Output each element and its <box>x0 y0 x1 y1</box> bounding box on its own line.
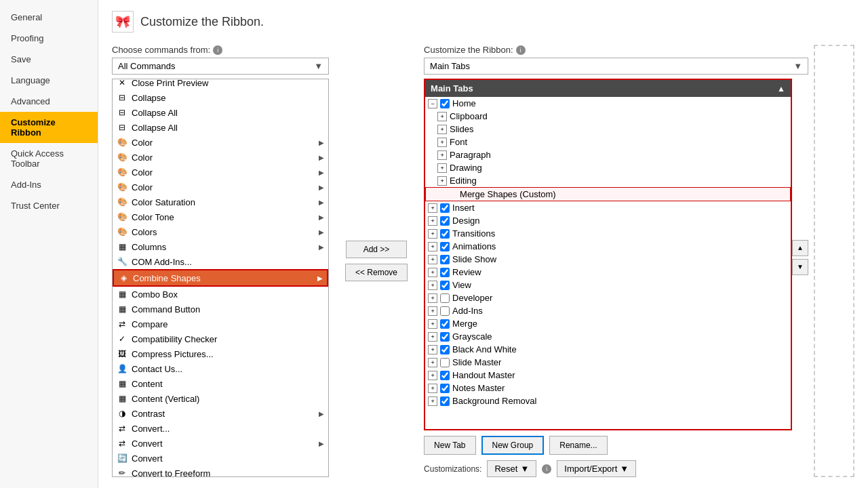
tree-checkbox-15[interactable] <box>440 293 450 303</box>
tree-expand-icon-0[interactable]: − <box>428 99 437 108</box>
tree-collapse-button[interactable]: ▲ <box>777 84 785 94</box>
cmd-item-8[interactable]: 🎨Color▶ <box>113 165 328 180</box>
scroll-down-button[interactable]: ▼ <box>792 259 808 275</box>
tree-expand-icon-8[interactable]: + <box>428 203 437 213</box>
sidebar-item-advanced[interactable]: Advanced <box>0 91 98 112</box>
tree-expand-icon-21[interactable]: + <box>428 371 437 380</box>
tree-checkbox-13[interactable] <box>440 268 450 277</box>
ribbon-info-icon[interactable]: i <box>516 45 526 55</box>
tree-item-23[interactable]: +Background Removal <box>425 394 791 407</box>
rename-button[interactable]: Rename... <box>549 436 607 455</box>
cmd-item-12[interactable]: 🎨Colors▶ <box>113 224 328 239</box>
cmd-item-5[interactable]: ⊟Collapse All <box>113 120 328 135</box>
commands-from-info-icon[interactable]: i <box>213 45 222 55</box>
tree-expand-icon-6[interactable]: + <box>437 176 447 186</box>
tree-expand-icon-20[interactable]: + <box>428 358 437 367</box>
cmd-item-26[interactable]: ⇄Convert▶ <box>113 436 328 451</box>
add-button[interactable]: Add >> <box>346 241 407 258</box>
cmd-item-13[interactable]: ▦Columns▶ <box>113 239 328 254</box>
tree-checkbox-8[interactable] <box>440 203 450 213</box>
tree-item-10[interactable]: +Transitions <box>425 227 791 240</box>
tree-item-4[interactable]: +Paragraph <box>425 148 791 161</box>
tree-item-8[interactable]: +Insert <box>425 201 791 214</box>
cmd-item-19[interactable]: ✓Compatibility Checker <box>113 331 328 346</box>
cmd-item-14[interactable]: 🔧COM Add-Ins... <box>113 254 328 269</box>
tree-expand-icon-22[interactable]: + <box>428 384 437 393</box>
tree-expand-icon-1[interactable]: + <box>437 112 447 121</box>
cmd-item-11[interactable]: 🎨Color Tone▶ <box>113 209 328 224</box>
tree-expand-icon-16[interactable]: + <box>428 306 437 316</box>
cmd-item-10[interactable]: 🎨Color Saturation▶ <box>113 195 328 209</box>
tree-expand-icon-17[interactable]: + <box>428 319 437 329</box>
tree-expand-icon-4[interactable]: + <box>437 150 447 160</box>
tree-item-16[interactable]: +Add-Ins <box>425 304 791 317</box>
tree-checkbox-18[interactable] <box>440 332 450 342</box>
cmd-item-28[interactable]: ✏Convert to Freeform <box>113 466 328 476</box>
tree-checkbox-20[interactable] <box>440 358 450 367</box>
tree-expand-icon-2[interactable]: + <box>437 125 447 134</box>
tree-checkbox-12[interactable] <box>440 255 450 264</box>
tree-checkbox-0[interactable] <box>440 99 450 108</box>
new-tab-button[interactable]: New Tab <box>424 436 475 455</box>
tree-item-18[interactable]: +Grayscale <box>425 330 791 343</box>
tree-expand-icon-15[interactable]: + <box>428 293 437 303</box>
tree-item-20[interactable]: +Slide Master <box>425 356 791 369</box>
sidebar-item-customize-ribbon[interactable]: Customize Ribbon <box>0 112 98 143</box>
tree-checkbox-11[interactable] <box>440 242 450 251</box>
cmd-item-21[interactable]: 👤Contact Us... <box>113 361 328 376</box>
reset-button[interactable]: Reset ▼ <box>487 460 536 477</box>
tree-item-12[interactable]: +Slide Show <box>425 253 791 266</box>
cmd-item-23[interactable]: ▦Content (Vertical) <box>113 391 328 406</box>
tree-item-17[interactable]: +Merge <box>425 317 791 330</box>
cmd-item-15[interactable]: ◈Combine Shapes▶ <box>113 269 328 287</box>
customizations-info-icon[interactable]: i <box>542 464 551 474</box>
commands-list[interactable]: ✕Close✕Close Merge View✕Close Print Prev… <box>113 79 328 476</box>
cmd-item-3[interactable]: ⊟Collapse <box>113 90 328 105</box>
commands-from-dropdown[interactable]: All Commands ▼ <box>112 58 329 75</box>
cmd-item-7[interactable]: 🎨Color▶ <box>113 150 328 165</box>
cmd-item-25[interactable]: ⇄Convert... <box>113 421 328 436</box>
cmd-item-16[interactable]: ▦Combo Box <box>113 287 328 302</box>
tree-checkbox-10[interactable] <box>440 229 450 239</box>
cmd-item-2[interactable]: ✕Close Print Preview <box>113 79 328 90</box>
cmd-item-18[interactable]: ⇄Compare <box>113 317 328 331</box>
remove-button[interactable]: << Remove <box>345 264 408 281</box>
tree-item-15[interactable]: +Developer <box>425 291 791 304</box>
tree-checkbox-23[interactable] <box>440 396 450 406</box>
tree-checkbox-16[interactable] <box>440 306 450 316</box>
tree-item-22[interactable]: +Notes Master <box>425 382 791 394</box>
tree-checkbox-17[interactable] <box>440 319 450 329</box>
cmd-item-24[interactable]: ◑Contrast▶ <box>113 406 328 421</box>
tree-item-9[interactable]: +Design <box>425 214 791 227</box>
tree-checkbox-21[interactable] <box>440 371 450 380</box>
tree-checkbox-22[interactable] <box>440 384 450 393</box>
sidebar-item-trust-center[interactable]: Trust Center <box>0 195 98 216</box>
scroll-up-button[interactable]: ▲ <box>792 240 808 256</box>
tree-expand-icon-10[interactable]: + <box>428 229 437 239</box>
tree-item-21[interactable]: +Handout Master <box>425 369 791 382</box>
sidebar-item-language[interactable]: Language <box>0 70 98 91</box>
cmd-item-9[interactable]: 🎨Color▶ <box>113 180 328 195</box>
tree-expand-icon-19[interactable]: + <box>428 345 437 354</box>
tree-item-2[interactable]: +Slides <box>425 123 791 136</box>
sidebar-item-proofing[interactable]: Proofing <box>0 28 98 49</box>
tree-expand-icon-13[interactable]: + <box>428 268 437 277</box>
import-export-button[interactable]: Import/Export ▼ <box>557 460 636 477</box>
sidebar-item-general[interactable]: General <box>0 7 98 28</box>
tree-expand-icon-23[interactable]: + <box>428 396 437 406</box>
tree-item-1[interactable]: +Clipboard <box>425 110 791 123</box>
tree-item-11[interactable]: +Animations <box>425 240 791 253</box>
tree-checkbox-14[interactable] <box>440 281 450 290</box>
cmd-item-4[interactable]: ⊟Collapse All <box>113 105 328 120</box>
tree-expand-icon-14[interactable]: + <box>428 281 437 290</box>
cmd-item-17[interactable]: ▦Command Button <box>113 302 328 317</box>
cmd-item-27[interactable]: 🔄Convert <box>113 451 328 466</box>
tree-expand-icon-5[interactable]: + <box>437 163 447 173</box>
sidebar-item-quick-access[interactable]: Quick Access Toolbar <box>0 143 98 174</box>
cmd-item-6[interactable]: 🎨Color▶ <box>113 135 328 150</box>
tree-item-6[interactable]: +Editing <box>425 174 791 187</box>
sidebar-item-save[interactable]: Save <box>0 49 98 70</box>
cmd-item-22[interactable]: ▦Content <box>113 376 328 391</box>
tree-item-13[interactable]: +Review <box>425 266 791 279</box>
ribbon-dropdown[interactable]: Main Tabs ▼ <box>424 58 808 75</box>
